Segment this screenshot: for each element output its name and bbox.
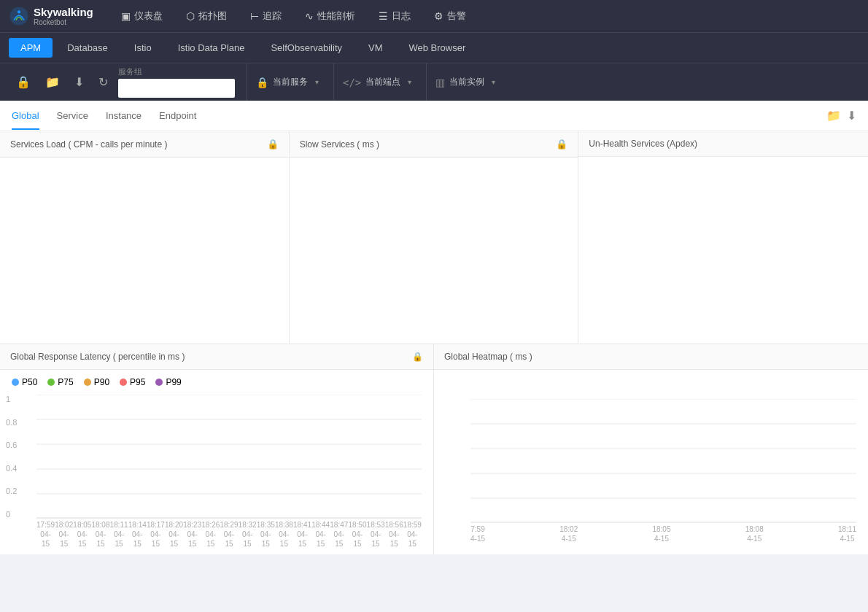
y-label-02: 0.2	[6, 487, 17, 495]
x-label-20: 18:5604-15	[385, 520, 403, 549]
y-label-1: 1	[6, 395, 17, 403]
x-label-2: 18:0204-15	[55, 520, 73, 549]
legend-row: P50 P75 P90 P95 P99	[0, 370, 433, 395]
chart-header-un-health: Un-Health Services (Apdex)	[578, 131, 868, 157]
page-tabs: Global Service Instance Endpoint 📁 ⬇	[0, 101, 868, 131]
x-label-11: 18:2904-15	[220, 520, 238, 549]
nav-topology-label: 拓扑图	[198, 9, 227, 23]
current-instance-selector[interactable]: ▥ 当前实例 ▾	[426, 63, 504, 101]
y-label-0: 0	[6, 510, 17, 519]
logo-icon	[9, 6, 29, 26]
nav-alarm[interactable]: ⚙ 告警	[424, 0, 476, 32]
page-tab-endpoint[interactable]: Endpoint	[159, 103, 196, 130]
app-subname: Rocketbot	[34, 18, 93, 26]
legend-dot-p99	[155, 379, 163, 386]
chart-title-slow-services: Slow Services ( ms )	[300, 139, 379, 150]
lock-icon[interactable]: 🔒	[12, 72, 35, 92]
tab-web-browser[interactable]: Web Browser	[398, 38, 478, 58]
x-label-7: 18:1704-15	[147, 520, 165, 549]
x-label-1: 17:5904-15	[36, 520, 55, 549]
heatmap-chart-svg	[470, 399, 856, 523]
tab-folder-icon[interactable]: 📁	[826, 109, 841, 123]
current-service-selector[interactable]: 🔒 当前服务 ▾	[247, 63, 328, 101]
download-icon[interactable]: ⬇	[70, 72, 88, 92]
chart-body-un-health	[578, 157, 868, 343]
x-label-12: 18:3204-15	[239, 520, 257, 549]
logo: Skywalking Rocketbot	[9, 6, 96, 26]
y-label-04: 0.4	[6, 464, 17, 473]
legend-dot-p95	[120, 379, 127, 386]
content-area: Global Service Instance Endpoint 📁 ⬇ Ser…	[0, 101, 868, 554]
y-label-08: 0.8	[6, 418, 17, 427]
x-label-6: 18:1404-15	[128, 520, 147, 549]
legend-dot-p50	[12, 379, 19, 386]
tab-self-observability[interactable]: SelfObservability	[259, 38, 354, 58]
chart-title-un-health: Un-Health Services (Apdex)	[589, 139, 697, 149]
alarm-icon: ⚙	[434, 10, 443, 22]
nav-log[interactable]: ☰ 日志	[368, 0, 421, 32]
topology-icon: ⬡	[186, 10, 195, 22]
nav-performance-label: 性能剖析	[317, 9, 355, 23]
tab-istio[interactable]: Istio	[123, 38, 163, 58]
heatmap-x-4: 18:084-15	[745, 524, 764, 543]
legend-p90: P90	[84, 377, 109, 387]
nav-alarm-label: 告警	[447, 9, 466, 23]
x-label-16: 18:4404-15	[311, 520, 330, 549]
folder-icon[interactable]: 📁	[41, 72, 64, 92]
nav-trace-label: 追踪	[263, 9, 282, 23]
svg-point-1	[18, 10, 20, 13]
x-label-3: 18:0504-15	[73, 520, 91, 549]
service-group-area: 服务组	[118, 66, 235, 98]
x-label-19: 18:5304-15	[367, 520, 385, 549]
nav-performance[interactable]: ∿ 性能剖析	[295, 0, 365, 32]
nav-dashboard[interactable]: ▣ 仪表盘	[111, 0, 173, 32]
chart-title-services-load: Services Load ( CPM - calls per minute )	[10, 139, 167, 150]
current-endpoint-selector[interactable]: </> 当前端点 ▾	[333, 63, 420, 101]
nav-dashboard-label: 仪表盘	[134, 9, 163, 23]
page-tab-instance[interactable]: Instance	[106, 103, 142, 130]
chart-lock-slow-services[interactable]: 🔒	[556, 139, 567, 150]
tab-vm[interactable]: VM	[357, 38, 395, 58]
nav-trace[interactable]: ⊢ 追踪	[240, 0, 292, 32]
current-instance-label: 当前实例	[449, 76, 484, 88]
bottom-header-latency: Global Response Latency ( percentile in …	[0, 344, 433, 370]
heatmap-chart-container: 7:594-15 18:024-15 18:054-15 18:084-15 1…	[434, 370, 868, 549]
legend-p75: P75	[47, 377, 73, 387]
bottom-title-heatmap: Global Heatmap ( ms )	[444, 352, 532, 362]
nav-topology[interactable]: ⬡ 拓扑图	[176, 0, 237, 32]
legend-label-p50: P50	[22, 377, 37, 387]
x-label-17: 18:4704-15	[330, 520, 348, 549]
dashboard-icon: ▣	[121, 10, 131, 22]
heatmap-x-5: 18:114-15	[838, 524, 856, 543]
chart-body-slow-services	[290, 158, 578, 344]
x-label-10: 18:2604-15	[201, 520, 220, 549]
tab-database[interactable]: Database	[55, 38, 120, 58]
x-label-5: 18:1104-15	[110, 520, 128, 549]
bottom-lock-latency[interactable]: 🔒	[412, 352, 423, 362]
latency-chart-container: 1 0.8 0.6 0.4 0.2 0	[0, 395, 433, 554]
legend-label-p75: P75	[58, 377, 73, 387]
chart-global-response-latency: Global Response Latency ( percentile in …	[0, 344, 434, 554]
x-label-8: 18:2004-15	[165, 520, 183, 549]
tab-download-icon[interactable]: ⬇	[847, 109, 856, 123]
endpoint-arrow-icon: ▾	[408, 78, 411, 86]
instance-selector-icon: ▥	[435, 77, 445, 88]
page-tab-global[interactable]: Global	[12, 103, 39, 130]
service-group-input[interactable]	[118, 79, 235, 98]
legend-dot-p75	[47, 379, 55, 386]
bottom-title-latency: Global Response Latency ( percentile in …	[10, 352, 185, 362]
latency-chart-svg	[36, 395, 422, 519]
tab-apm[interactable]: APM	[9, 38, 53, 58]
page-tab-service[interactable]: Service	[57, 103, 88, 130]
x-label-21: 18:5904-15	[403, 520, 422, 549]
chart-global-heatmap: Global Heatmap ( ms ) 7:594-15 18:024-15…	[434, 344, 868, 554]
current-endpoint-label: 当前端点	[365, 76, 400, 88]
chart-lock-services-load[interactable]: 🔒	[267, 139, 279, 150]
log-icon: ☰	[379, 10, 388, 22]
legend-label-p99: P99	[166, 377, 181, 387]
performance-icon: ∿	[305, 10, 314, 22]
chart-services-load: Services Load ( CPM - calls per minute )…	[0, 131, 290, 344]
refresh-icon[interactable]: ↻	[94, 72, 112, 92]
tab-istio-data-plane[interactable]: Istio Data Plane	[166, 38, 257, 58]
nav-log-label: 日志	[392, 9, 411, 23]
